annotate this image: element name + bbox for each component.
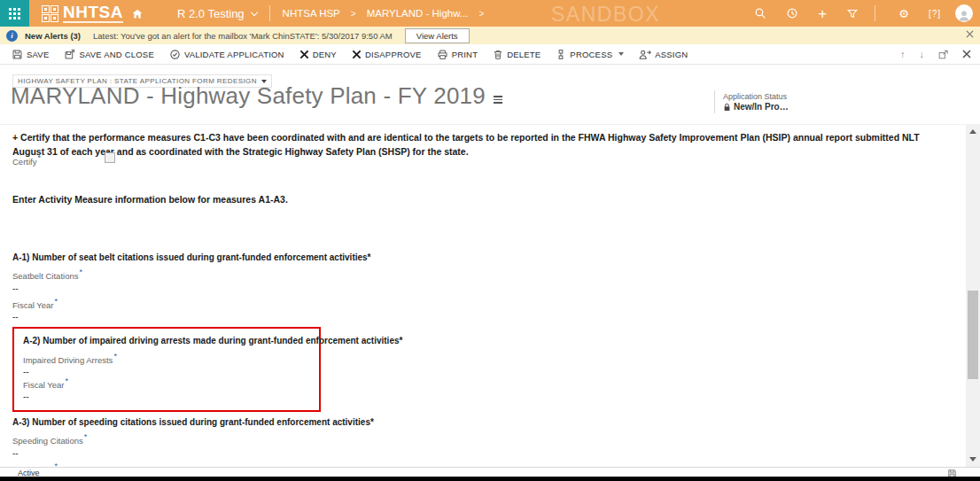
title-notes-icon[interactable]	[494, 96, 502, 104]
breadcrumb-chevron-icon: >	[351, 9, 356, 19]
sandbox-watermark: SANDBOX	[551, 3, 660, 27]
nhtsa-logo-subtext	[63, 21, 123, 23]
chevron-down-icon	[618, 52, 624, 56]
recently-viewed-icon[interactable]	[786, 7, 798, 19]
breadcrumb-chevron-icon: >	[478, 9, 484, 19]
speeding-citations-value[interactable]: --	[12, 448, 374, 459]
trash-icon	[493, 49, 503, 60]
x-icon	[352, 50, 362, 59]
alert-message: Latest: You've got an alert for the mail…	[93, 31, 393, 41]
required-asterisk: *	[54, 297, 58, 306]
deny-button[interactable]: DENY	[299, 50, 337, 59]
form-header: HIGHWAY SAFETY PLAN : STATE APPLICATION …	[0, 65, 965, 124]
waffle-icon	[9, 8, 20, 19]
assign-icon	[639, 49, 651, 60]
settings-gear-icon[interactable]: ⚙	[898, 7, 909, 20]
fiscal-year-label: Fiscal Year*	[23, 377, 310, 390]
breadcrumb-item-nhtsa-hsp[interactable]: NHTSA HSP	[283, 8, 340, 19]
assign-button[interactable]: ASSIGN	[639, 49, 688, 60]
required-asterisk: *	[113, 352, 117, 361]
page-title: MARYLAND - Highway Safety Plan - FY 2019	[11, 82, 502, 110]
required-asterisk: *	[79, 268, 82, 276]
fiscal-year-value[interactable]: --	[12, 312, 371, 322]
validate-application-button[interactable]: VALIDATE APPLICATION	[169, 49, 284, 60]
form-body: + Certify that the performance measures …	[0, 124, 966, 467]
section-a1: A-1) Number of seat belt citations issue…	[12, 252, 371, 322]
section-a2: A-2) Number of impaired driving arrests …	[23, 336, 310, 402]
certify-instructions: + Certify that the performance measures …	[12, 130, 950, 159]
home-icon[interactable]	[131, 8, 144, 19]
section-a2-header: A-2) Number of impaired driving arrests …	[23, 336, 310, 345]
required-asterisk: *	[65, 376, 68, 385]
save-and-close-button[interactable]: SAVE AND CLOSE	[64, 49, 153, 60]
disapprove-button[interactable]: DISAPPROVE	[352, 50, 422, 59]
top-nav-bar: NHTSA R 2.0 Testing NHTSA HSP > MARYLAND…	[0, 0, 980, 27]
delete-button[interactable]: DELETE	[493, 49, 541, 60]
nhtsa-logo-text: NHTSA	[63, 4, 123, 20]
info-icon: i	[6, 30, 18, 42]
nhtsa-logo[interactable]: NHTSA	[42, 4, 144, 23]
section-a3-header: A-3) Number of speeding citations issued…	[12, 417, 374, 427]
activity-measure-instructions: Enter Activity Measure information below…	[12, 194, 288, 205]
fiscal-year-label: Fiscal Year*	[12, 298, 371, 311]
save-button[interactable]: SAVE	[12, 49, 49, 60]
certify-checkbox[interactable]	[105, 152, 115, 163]
vertical-scrollbar[interactable]	[966, 124, 980, 467]
record-state: Active	[18, 469, 40, 477]
process-icon	[556, 49, 566, 60]
down-arrow-icon[interactable]: ↓	[920, 49, 925, 59]
alert-close-icon[interactable]	[966, 30, 974, 38]
breadcrumb: NHTSA HSP > MARYLAND - Highw... >	[283, 8, 485, 19]
required-asterisk: *	[37, 153, 41, 162]
validate-icon	[169, 49, 181, 60]
chevron-down-icon	[250, 8, 257, 15]
close-icon[interactable]	[962, 50, 971, 58]
environment-name: R 2.0 Testing	[177, 7, 245, 20]
lock-icon	[723, 103, 731, 112]
print-button[interactable]: PRINT	[437, 49, 478, 60]
highlight-box: A-2) Number of impaired driving arrests …	[12, 327, 321, 412]
save-icon	[12, 49, 23, 60]
nav-icon-group: + ⚙ [?]	[735, 0, 973, 27]
alert-title: New Alerts (3)	[25, 31, 81, 41]
help-icon[interactable]: [?]	[929, 9, 941, 19]
quick-create-icon[interactable]: +	[818, 6, 827, 21]
speeding-citations-label: Speeding Citations*	[12, 433, 374, 446]
x-icon	[299, 50, 309, 59]
section-a1-header: A-1) Number of seat belt citations issue…	[12, 252, 371, 262]
certify-field-label: Certify*	[12, 154, 41, 167]
application-status-label: Application Status	[723, 92, 787, 101]
command-bar-right-controls: ↑ ↓	[900, 44, 971, 64]
command-bar: SAVE SAVE AND CLOSE VALIDATE APPLICATION…	[0, 44, 980, 65]
nav-divider	[875, 5, 875, 21]
save-and-close-icon	[64, 49, 75, 60]
scroll-up-arrow-icon[interactable]	[969, 129, 976, 134]
required-asterisk: *	[84, 432, 88, 441]
header-divider	[714, 90, 715, 113]
print-icon	[437, 49, 448, 60]
fiscal-year-value[interactable]: --	[23, 392, 310, 402]
scrollbar-thumb[interactable]	[968, 291, 978, 379]
filter-icon[interactable]	[846, 8, 859, 19]
process-button[interactable]: PROCESS	[556, 49, 624, 60]
scroll-down-arrow-icon[interactable]	[969, 457, 976, 462]
nav-divider	[269, 5, 270, 21]
search-icon[interactable]	[754, 7, 766, 19]
alert-notification-bar: i New Alerts (3) Latest: You've got an a…	[0, 27, 980, 44]
view-alerts-button[interactable]: View Alerts	[405, 28, 470, 43]
popout-icon[interactable]	[938, 50, 948, 59]
user-avatar[interactable]	[955, 4, 973, 22]
impaired-driving-arrests-label: Impaired Driving Arrests*	[23, 353, 310, 365]
breadcrumb-item-maryland[interactable]: MARYLAND - Highw...	[367, 8, 469, 19]
seatbelt-citations-value[interactable]: --	[12, 283, 371, 294]
app-launcher-button[interactable]	[0, 0, 29, 27]
seatbelt-citations-label: Seatbelt Citations*	[12, 268, 371, 282]
window-bottom-edge	[0, 477, 980, 481]
up-arrow-icon[interactable]: ↑	[900, 49, 906, 59]
nhtsa-pictogram-icon	[42, 5, 58, 22]
environment-switcher[interactable]: R 2.0 Testing	[177, 7, 257, 20]
application-status-value: New/In Progress	[723, 102, 789, 112]
